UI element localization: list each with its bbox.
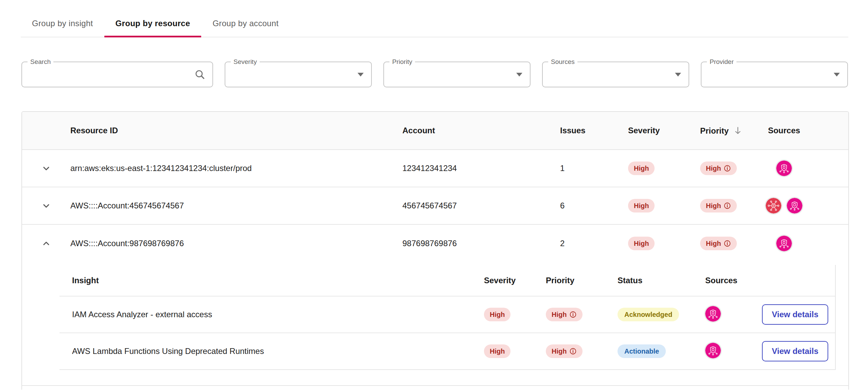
priority-badge[interactable]: High — [546, 344, 583, 358]
search-filter: Search — [21, 62, 213, 87]
table-row: AWS::::Account:987698769876 987698769876… — [22, 225, 848, 262]
insight-row: IAM Access Analyzer - external access Hi… — [59, 296, 835, 333]
chevron-down-icon — [40, 163, 52, 174]
status-badge: Actionable — [618, 344, 666, 358]
collapse-row-button[interactable] — [22, 238, 70, 249]
provider-filter-label: Provider — [707, 57, 736, 66]
severity-badge: High — [628, 237, 655, 250]
shield-scanner-source-icon[interactable] — [776, 160, 792, 176]
resource-id: AWS::::Account:987698769876 — [70, 239, 402, 248]
insight-title: AWS Lambda Functions Using Deprecated Ru… — [59, 346, 484, 356]
view-details-button[interactable]: View details — [762, 304, 828, 325]
sources-filter[interactable]: Sources — [542, 62, 689, 87]
status-badge: Acknowledged — [618, 308, 679, 321]
col-sources: Sources — [705, 276, 762, 285]
chevron-down-icon — [40, 200, 52, 211]
col-resource-id: Resource ID — [70, 126, 402, 135]
shield-scanner-source-icon[interactable] — [787, 198, 802, 214]
chevron-up-icon — [40, 238, 52, 249]
info-icon — [569, 311, 577, 318]
shield-scanner-source-icon[interactable] — [705, 306, 721, 322]
info-icon — [724, 240, 731, 247]
insights-panel: Insight Severity Priority Status Sources… — [59, 265, 836, 370]
severity-badge: High — [628, 199, 655, 213]
chevron-down-icon — [516, 73, 522, 76]
view-details-button[interactable]: View details — [762, 341, 828, 361]
active-tab-indicator — [104, 36, 202, 37]
issues-count: 6 — [560, 201, 628, 210]
tab-label: Group by insight — [32, 19, 93, 28]
insights-header-row: Insight Severity Priority Status Sources — [59, 265, 835, 296]
tab-group-by-resource[interactable]: Group by resource — [104, 10, 202, 37]
tab-label: Group by resource — [116, 19, 190, 28]
search-filter-label: Search — [28, 57, 53, 66]
priority-badge[interactable]: High — [546, 308, 583, 321]
severity-badge: High — [484, 344, 510, 358]
priority-badge[interactable]: High — [700, 162, 737, 175]
sort-desc-icon[interactable] — [733, 125, 743, 136]
tab-group-by-insight[interactable]: Group by insight — [21, 10, 104, 37]
col-priority: Priority — [546, 276, 618, 285]
resource-id: arn:aws:eks:us-east-1:123412341234:clust… — [70, 164, 402, 173]
table-row: AWS::::Account:456745674567 456745674567… — [22, 187, 848, 225]
provider-filter[interactable]: Provider — [701, 62, 848, 87]
insight-row: AWS Lambda Functions Using Deprecated Ru… — [59, 333, 835, 370]
tab-bar: Group by insight Group by resource Group… — [21, 10, 848, 37]
insight-title: IAM Access Analyzer - external access — [59, 310, 484, 319]
priority-filter[interactable]: Priority — [383, 62, 531, 87]
info-icon — [569, 347, 577, 355]
chevron-down-icon — [358, 73, 364, 76]
tab-group-by-account[interactable]: Group by account — [201, 10, 290, 37]
account: 456745674567 — [402, 201, 560, 210]
info-icon — [724, 165, 731, 172]
shield-scanner-source-icon[interactable] — [705, 343, 721, 358]
col-priority[interactable]: Priority — [700, 125, 759, 136]
network-scanner-source-icon[interactable] — [766, 198, 781, 214]
priority-badge[interactable]: High — [700, 237, 737, 250]
expand-row-button[interactable] — [22, 163, 70, 174]
col-sources: Sources — [759, 126, 810, 135]
expanded-row-group: AWS::::Account:987698769876 987698769876… — [22, 225, 848, 386]
issues-count: 2 — [560, 239, 628, 248]
search-icon — [194, 69, 206, 80]
severity-badge: High — [628, 162, 655, 175]
page: Group by insight Group by resource Group… — [0, 10, 868, 391]
severity-filter[interactable]: Severity — [225, 62, 372, 87]
search-input[interactable] — [30, 64, 191, 85]
resource-id: AWS::::Account:456745674567 — [70, 201, 402, 210]
resources-table: Resource ID Account Issues Severity Prio… — [21, 111, 849, 390]
col-insight: Insight — [59, 276, 484, 285]
table-row: arn:aws:eks:us-east-1:123412341234:clust… — [22, 150, 848, 187]
tab-label: Group by account — [212, 19, 278, 28]
priority-filter-label: Priority — [389, 57, 415, 66]
col-severity: Severity — [628, 126, 700, 135]
filter-bar: Search Severity Priority Sources Provide… — [21, 62, 848, 87]
severity-filter-label: Severity — [231, 57, 260, 66]
priority-badge[interactable]: High — [700, 199, 737, 213]
chevron-down-icon — [834, 73, 840, 76]
col-severity: Severity — [484, 276, 546, 285]
table-header-row: Resource ID Account Issues Severity Prio… — [22, 112, 848, 150]
chevron-down-icon — [675, 73, 681, 76]
info-icon — [724, 202, 731, 209]
col-status: Status — [618, 276, 705, 285]
col-account: Account — [402, 126, 560, 135]
severity-badge: High — [484, 308, 510, 321]
expand-row-button[interactable] — [22, 200, 70, 211]
shield-scanner-source-icon[interactable] — [776, 236, 792, 251]
account: 987698769876 — [402, 239, 560, 248]
issues-count: 1 — [560, 164, 628, 173]
sources-filter-label: Sources — [548, 57, 577, 66]
account: 123412341234 — [402, 164, 560, 173]
col-issues: Issues — [560, 126, 628, 135]
